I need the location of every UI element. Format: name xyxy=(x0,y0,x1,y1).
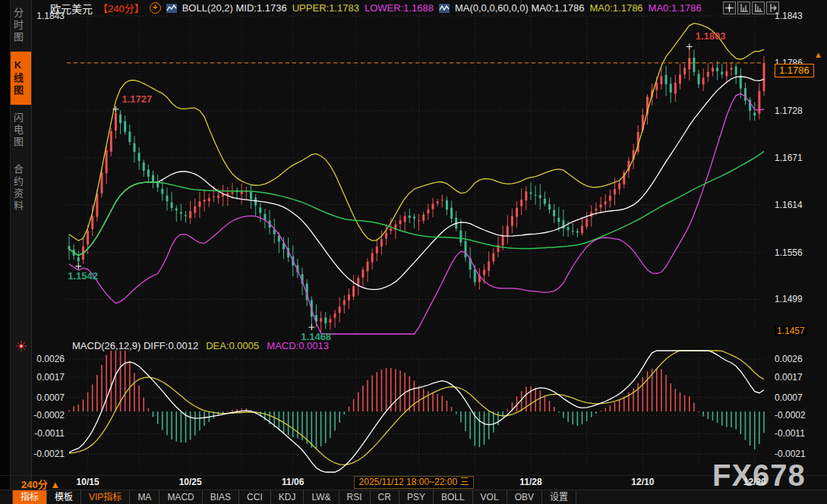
footer-tab-指标[interactable]: 指标 xyxy=(12,490,47,504)
footer-tab-RSI[interactable]: RSI xyxy=(339,490,371,504)
indicator-toolbar: 指标模板VIP指标MAMACDBIASCCIKDJLW&RSICRPSYBOLL… xyxy=(0,490,827,504)
price-axis-label: 1.1843 xyxy=(775,11,823,21)
macd-axis-label: 0.0017 xyxy=(23,372,65,383)
footer-tab-MACD[interactable]: MACD xyxy=(159,490,202,504)
price-up-arrow-icon: ▲ xyxy=(814,50,822,59)
footer-tab-LW&[interactable]: LW& xyxy=(304,490,339,504)
extreme-price-annotation: 1.1803 xyxy=(696,30,726,42)
time-axis-label: 11/28 xyxy=(508,477,554,487)
price-axis-label: 1.1556 xyxy=(775,247,823,258)
macd-axis-label: 0.0007 xyxy=(23,392,65,403)
price-axis-label: 1.1499 xyxy=(775,294,823,304)
price-axis-left-top-label: 1.1843 xyxy=(23,11,65,21)
macd-axis-label: 0.0026 xyxy=(23,354,65,364)
price-axis-label: 1.1671 xyxy=(775,153,823,163)
extreme-price-annotation: 1.1468 xyxy=(301,331,331,342)
macd-axis-label: -0.0021 xyxy=(23,449,65,459)
macd-axis-label: -0.0002 xyxy=(775,410,823,421)
current-price-tag: 1.1786 xyxy=(775,64,814,77)
footer-tab-模板[interactable]: 模板 xyxy=(47,490,81,504)
macd-axis-label: -0.0011 xyxy=(775,428,823,439)
macd-diff-label: MACD(26,12,9) DIFF:0.0012 xyxy=(72,340,198,351)
chart-canvas[interactable] xyxy=(0,0,827,504)
time-axis-label: 10/15 xyxy=(65,477,111,487)
footer-tab-BIAS[interactable]: BIAS xyxy=(203,490,239,504)
price-axis-label: 1.1614 xyxy=(775,200,823,210)
time-axis-label: 12/10 xyxy=(620,477,665,487)
footer-tab-VIP指标[interactable]: VIP指标 xyxy=(81,490,130,504)
footer-tab-CCI[interactable]: CCI xyxy=(239,490,271,504)
price-axis-bottom-label: 1.1457 xyxy=(775,326,807,336)
macd-dea-label: DEA:0.0005 xyxy=(206,340,259,351)
footer-tab-BOLL[interactable]: BOLL xyxy=(434,490,473,504)
footer-tab-VOL[interactable]: VOL xyxy=(473,490,507,504)
footer-tab-MA[interactable]: MA xyxy=(130,490,159,504)
macd-axis-label: 0.0017 xyxy=(775,372,823,383)
footer-tab-CR[interactable]: CR xyxy=(371,490,399,504)
macd-axis-label: 0.0007 xyxy=(775,392,823,403)
footer-tab-PSY[interactable]: PSY xyxy=(399,490,434,504)
extreme-price-annotation: 1.1727 xyxy=(122,93,152,105)
time-axis: 2025/11/12 18:00~22:00 三 10/1510/2511/06… xyxy=(0,475,827,490)
fx678-watermark: FX678 xyxy=(712,458,806,493)
footer-tab-设置[interactable]: 设置 xyxy=(542,490,576,504)
price-axis-label: 1.1728 xyxy=(775,106,823,116)
crosshair-date-label: 2025/11/12 18:00~22:00 三 xyxy=(354,476,475,489)
macd-header: MACD(26,12,9) DIFF:0.0012 DEA:0.0005 MAC… xyxy=(72,340,329,351)
footer-tab-OBV[interactable]: OBV xyxy=(507,490,542,504)
macd-axis-label: 0.0026 xyxy=(775,354,823,364)
macd-axis-label: -0.0002 xyxy=(23,410,65,421)
macd-axis-label: -0.0011 xyxy=(23,428,65,439)
time-axis-label: 10/25 xyxy=(168,477,213,487)
footer-tab-KDJ[interactable]: KDJ xyxy=(271,490,305,504)
macd-axis-label: -0.0021 xyxy=(775,449,823,459)
time-axis-label: 11/06 xyxy=(270,477,316,487)
trading-app-window: 分时图K线图闪电图合约资料 欧元美元 【240分】 + BOLL(20,2) M… xyxy=(0,0,827,504)
extreme-price-annotation: 1.1542 xyxy=(68,270,98,282)
